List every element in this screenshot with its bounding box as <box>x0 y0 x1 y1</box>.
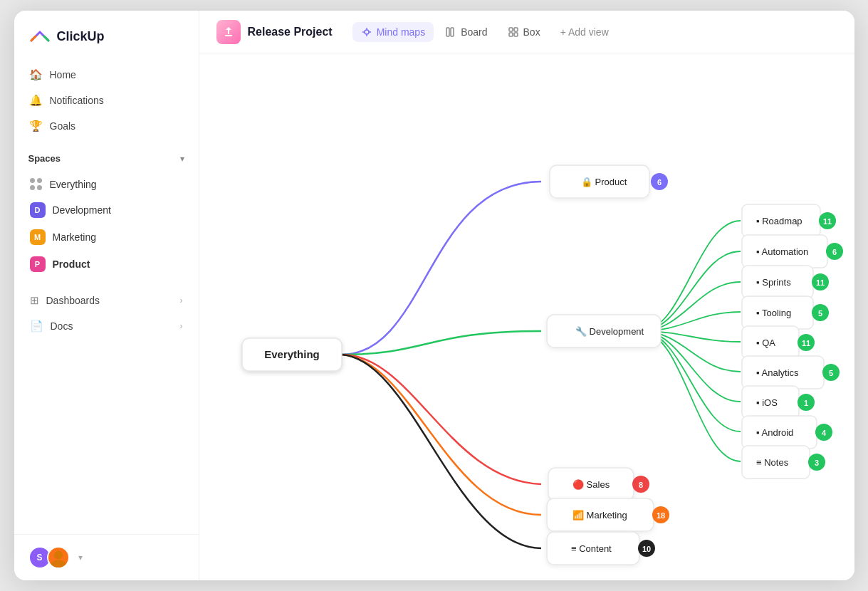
content-node[interactable]: ≡ Content 10 <box>547 532 655 565</box>
marketing-node[interactable]: 📶 Marketing 18 <box>547 498 669 531</box>
svg-text:11: 11 <box>822 217 831 226</box>
spaces-header[interactable]: Spaces ▾ <box>28 153 184 164</box>
user-avatars: S <box>28 546 70 569</box>
clickup-logo-icon <box>28 25 51 48</box>
root-node[interactable]: Everything <box>242 338 342 371</box>
development-node[interactable]: 🔧 Development <box>547 315 661 347</box>
development-avatar: D <box>30 202 46 218</box>
svg-text:11: 11 <box>801 339 810 347</box>
svg-text:▪ Android: ▪ Android <box>756 427 793 438</box>
svg-text:≡ Content: ≡ Content <box>571 543 612 554</box>
sales-node[interactable]: 🔴 Sales 8 <box>548 468 649 501</box>
spaces-label: Spaces <box>28 153 61 164</box>
nav-dashboards[interactable]: ⊞ Dashboards › <box>23 288 190 313</box>
svg-rect-11 <box>514 28 518 31</box>
space-development[interactable]: D Development <box>23 197 190 224</box>
mindmap-canvas[interactable]: Everything 🔒 Product 6 🔧 Development <box>199 53 854 580</box>
svg-point-0 <box>53 550 62 559</box>
topbar: Release Project Mind maps <box>199 11 854 53</box>
nav-goals[interactable]: 🏆 Goals <box>23 113 190 139</box>
svg-text:🔒 Product: 🔒 Product <box>581 176 627 188</box>
board-tab-icon <box>445 26 456 38</box>
svg-text:10: 10 <box>642 545 650 553</box>
sidebar: ClickUp 🏠 Home 🔔 Notifications 🏆 Goals S… <box>14 11 199 580</box>
notes-node[interactable]: ≡ Notes 3 <box>742 446 825 478</box>
dashboards-icon: ⊞ <box>30 294 39 307</box>
spaces-section: Spaces ▾ <box>14 142 199 168</box>
space-everything-label: Everything <box>50 179 97 190</box>
dashboards-left: ⊞ Dashboards <box>30 294 100 307</box>
tab-mindmaps[interactable]: Mind maps <box>352 22 434 42</box>
add-view-label: + Add view <box>560 26 609 38</box>
dashboards-label: Dashboards <box>46 295 100 306</box>
svg-rect-12 <box>509 33 513 36</box>
mindmap-svg: Everything 🔒 Product 6 🔧 Development <box>199 53 854 580</box>
svg-point-1 <box>51 560 66 570</box>
spaces-list: Everything D Development M Marketing P P… <box>14 168 199 282</box>
nav-notifications[interactable]: 🔔 Notifications <box>23 88 190 113</box>
add-view-button[interactable]: + Add view <box>552 22 617 42</box>
tooling-node[interactable]: ▪ Tooling 5 <box>742 296 829 329</box>
nav-notifications-label: Notifications <box>50 95 104 106</box>
product-node[interactable]: 🔒 Product 6 <box>550 165 668 198</box>
spaces-chevron-icon: ▾ <box>180 154 184 164</box>
main-content: Release Project Mind maps <box>199 11 854 580</box>
mindmaps-tab-icon <box>361 26 372 38</box>
svg-text:🔴 Sales: 🔴 Sales <box>572 478 610 491</box>
sprints-node[interactable]: ▪ Sprints 11 <box>742 266 829 298</box>
svg-text:6: 6 <box>657 178 661 187</box>
svg-text:▪ Analytics: ▪ Analytics <box>756 367 799 378</box>
svg-text:≡ Notes: ≡ Notes <box>756 457 789 468</box>
home-icon: 🏠 <box>30 68 43 81</box>
nav-docs[interactable]: 📄 Docs › <box>23 313 190 339</box>
svg-rect-2 <box>225 35 232 36</box>
sidebar-footer: S ▾ <box>14 534 199 580</box>
svg-text:5: 5 <box>828 369 832 377</box>
svg-text:Everything: Everything <box>264 348 320 360</box>
svg-text:18: 18 <box>656 511 664 520</box>
project-title: Release Project <box>248 26 333 38</box>
automation-node[interactable]: ▪ Automation 6 <box>742 235 843 268</box>
svg-text:3: 3 <box>814 459 818 467</box>
svg-rect-10 <box>509 28 513 31</box>
view-tabs: Mind maps Board Box <box>352 22 617 42</box>
notifications-icon: 🔔 <box>30 94 43 107</box>
roadmap-node[interactable]: ▪ Roadmap 11 <box>742 204 836 237</box>
main-nav: 🏠 Home 🔔 Notifications 🏆 Goals <box>14 59 199 142</box>
space-marketing-label: Marketing <box>53 231 96 243</box>
space-product[interactable]: P Product <box>23 251 190 278</box>
analytics-node[interactable]: ▪ Analytics 5 <box>742 356 840 389</box>
nav-home-label: Home <box>50 69 76 80</box>
box-tab-label: Box <box>523 26 540 38</box>
svg-text:🔧 Development: 🔧 Development <box>575 325 644 338</box>
footer-chevron-icon[interactable]: ▾ <box>78 553 83 563</box>
space-marketing[interactable]: M Marketing <box>23 224 190 251</box>
bottom-nav: ⊞ Dashboards › 📄 Docs › <box>14 282 199 345</box>
tab-box[interactable]: Box <box>499 22 549 42</box>
nav-goals-label: Goals <box>50 120 76 132</box>
android-node[interactable]: ▪ Android 4 <box>742 416 832 449</box>
docs-icon: 📄 <box>30 320 43 333</box>
qa-node[interactable]: ▪ QA 11 <box>742 326 815 359</box>
app-window: ClickUp 🏠 Home 🔔 Notifications 🏆 Goals S… <box>14 11 854 580</box>
product-avatar: P <box>30 256 46 272</box>
logo: ClickUp <box>14 11 199 59</box>
svg-rect-8 <box>446 28 449 36</box>
svg-text:▪ Sprints: ▪ Sprints <box>756 277 791 288</box>
nav-home[interactable]: 🏠 Home <box>23 62 190 88</box>
space-everything[interactable]: Everything <box>23 172 190 197</box>
everything-icon <box>30 178 43 191</box>
user-avatar-2 <box>47 546 70 569</box>
ios-node[interactable]: ▪ iOS 1 <box>742 386 815 419</box>
svg-text:▪ Tooling: ▪ Tooling <box>756 308 791 318</box>
dashboards-chevron-icon: › <box>180 296 183 305</box>
svg-text:11: 11 <box>815 278 824 287</box>
marketing-avatar: M <box>30 229 46 245</box>
tab-board[interactable]: Board <box>436 22 496 42</box>
app-name: ClickUp <box>57 29 105 44</box>
svg-text:📶 Marketing: 📶 Marketing <box>572 509 627 521</box>
svg-text:6: 6 <box>832 248 836 256</box>
svg-text:8: 8 <box>638 481 642 489</box>
goals-icon: 🏆 <box>30 120 43 132</box>
box-tab-icon <box>508 26 519 38</box>
